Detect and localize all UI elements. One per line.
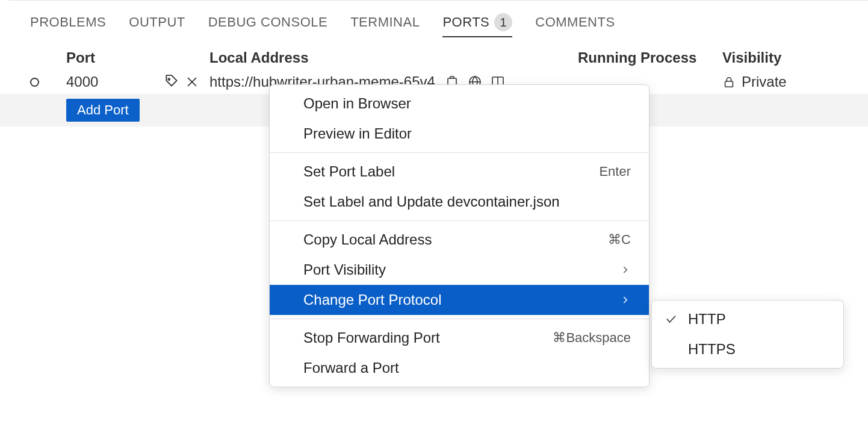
- port-status-indicator-icon: [30, 78, 39, 87]
- menu-separator: [270, 319, 649, 319]
- panel-tab-bar: PROBLEMS OUTPUT DEBUG CONSOLE TERMINAL P…: [0, 0, 868, 46]
- ports-count-badge: 1: [494, 13, 512, 31]
- port-number: 4000: [66, 73, 98, 90]
- menu-separator: [270, 152, 649, 153]
- col-header-port: Port: [66, 49, 209, 66]
- menu-change-port-protocol[interactable]: Change Port Protocol: [270, 285, 649, 315]
- tab-terminal[interactable]: TERMINAL: [350, 14, 420, 36]
- menu-label: Stop Forwarding Port: [303, 329, 440, 346]
- tab-debug-console[interactable]: DEBUG CONSOLE: [208, 14, 327, 36]
- tab-label: OUTPUT: [129, 14, 185, 30]
- chevron-right-icon: [620, 264, 631, 275]
- col-header-visibility: Visibility: [722, 49, 868, 66]
- menu-set-label-devcontainer[interactable]: Set Label and Update devcontainer.json: [270, 187, 649, 217]
- menu-copy-local-address[interactable]: Copy Local Address ⌘C: [270, 225, 649, 255]
- menu-forward-a-port[interactable]: Forward a Port: [270, 353, 649, 383]
- add-port-label: Add Port: [77, 102, 129, 117]
- menu-label: Copy Local Address: [303, 231, 432, 248]
- menu-separator: [270, 220, 649, 221]
- tab-comments[interactable]: COMMENTS: [535, 14, 615, 36]
- tab-ports[interactable]: PORTS 1: [442, 13, 512, 37]
- visibility-value: Private: [742, 73, 787, 90]
- tab-output[interactable]: OUTPUT: [129, 14, 185, 36]
- tab-label: COMMENTS: [535, 14, 615, 30]
- tab-label: PORTS: [442, 14, 489, 30]
- menu-open-in-browser[interactable]: Open in Browser: [270, 89, 649, 119]
- menu-shortcut: Enter: [599, 164, 631, 179]
- submenu-http[interactable]: HTTP: [652, 304, 843, 334]
- svg-point-0: [168, 78, 170, 80]
- menu-label: Forward a Port: [303, 360, 399, 376]
- menu-shortcut: ⌘Backspace: [553, 330, 631, 346]
- submenu-label: HTTPS: [688, 341, 736, 358]
- menu-label: Set Port Label: [303, 163, 395, 180]
- check-icon: [664, 313, 678, 325]
- chevron-right-icon: [620, 294, 631, 305]
- menu-set-port-label[interactable]: Set Port Label Enter: [270, 157, 649, 187]
- svg-rect-7: [725, 81, 733, 87]
- menu-label: Set Label and Update devcontainer.json: [303, 193, 560, 210]
- add-port-button[interactable]: Add Port: [66, 99, 140, 122]
- menu-label: Change Port Protocol: [303, 291, 441, 308]
- menu-label: Preview in Editor: [303, 125, 412, 142]
- tab-problems[interactable]: PROBLEMS: [30, 14, 106, 36]
- col-header-local-address: Local Address: [209, 49, 578, 66]
- menu-port-visibility[interactable]: Port Visibility: [270, 255, 649, 285]
- close-icon[interactable]: [185, 75, 199, 89]
- tab-label: TERMINAL: [350, 14, 420, 30]
- lock-icon: [722, 75, 736, 89]
- port-context-menu: Open in Browser Preview in Editor Set Po…: [269, 84, 649, 387]
- menu-label: Port Visibility: [303, 261, 386, 278]
- ports-table-header: Port Local Address Running Process Visib…: [0, 46, 868, 70]
- tab-label: DEBUG CONSOLE: [208, 14, 327, 30]
- menu-shortcut: ⌘C: [608, 232, 631, 248]
- menu-label: Open in Browser: [303, 95, 411, 112]
- label-icon[interactable]: [164, 74, 179, 90]
- col-header-running-process: Running Process: [578, 49, 722, 66]
- menu-stop-forwarding-port[interactable]: Stop Forwarding Port ⌘Backspace: [270, 323, 649, 353]
- tab-label: PROBLEMS: [30, 14, 106, 30]
- submenu-label: HTTP: [688, 311, 726, 328]
- submenu-https[interactable]: HTTPS: [652, 334, 843, 364]
- menu-preview-in-editor[interactable]: Preview in Editor: [270, 119, 649, 149]
- protocol-submenu: HTTP HTTPS: [651, 300, 844, 369]
